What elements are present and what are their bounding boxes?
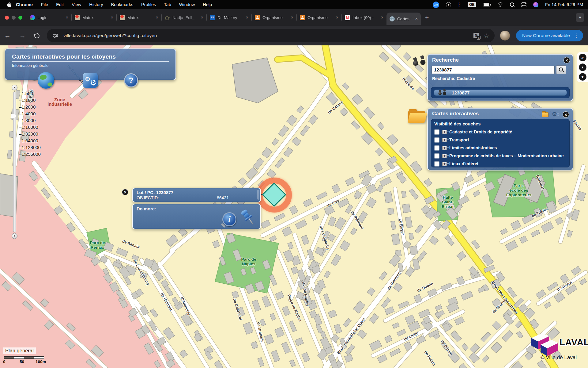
play-icon[interactable]: ▶ (446, 2, 451, 7)
forward-button[interactable]: → (15, 32, 30, 39)
zoom-slider-track[interactable] (13, 91, 16, 232)
menu-history[interactable]: History (85, 2, 107, 7)
organisme-favicon-icon (300, 15, 305, 20)
tab-organisme-2[interactable]: Organisme× (297, 12, 341, 23)
expand-plus-icon[interactable]: + (442, 162, 447, 166)
siri-icon[interactable] (533, 2, 538, 7)
menu-edit[interactable]: Edit (52, 2, 68, 7)
tab-search-chevron[interactable]: ▾ (576, 13, 584, 22)
scale-option[interactable]: –1:32000 (19, 131, 41, 138)
translate-icon[interactable]: G (473, 33, 479, 38)
expand-plus-icon[interactable]: + (442, 146, 447, 150)
tab-inbox[interactable]: MInbox (90) -× (342, 12, 386, 23)
menu-profiles[interactable]: Profiles (137, 2, 160, 7)
layers-panel-close-icon[interactable]: × (563, 111, 569, 118)
browser-menu-dots-icon[interactable]: ⋮ (574, 33, 579, 39)
scale-option[interactable]: –1:8000 (19, 118, 41, 125)
url-text[interactable]: ville.laval.qc.ca/geo/geoweb/?config=cit… (63, 33, 473, 38)
layer-checkbox[interactable] (434, 153, 439, 159)
bookmark-star-icon[interactable]: ☆ (484, 32, 489, 39)
open-map-icon[interactable] (542, 112, 548, 117)
search-result-item[interactable]: 1230877 (434, 90, 567, 96)
battery-icon[interactable] (483, 3, 490, 6)
tab-close-icon[interactable]: × (110, 15, 114, 20)
bluetooth-icon[interactable]: ᛒ (458, 2, 461, 7)
identify-info-icon[interactable]: i (222, 212, 236, 226)
area-label: Parc- (514, 183, 524, 188)
globe-tool-icon[interactable] (38, 72, 54, 89)
reload-button[interactable] (34, 33, 40, 38)
menu-app-name[interactable]: Chrome (13, 2, 37, 7)
window-close-button[interactable] (5, 16, 9, 20)
update-chrome-button[interactable]: New Chrome available ⋮ (516, 30, 583, 41)
layer-checkbox[interactable] (434, 161, 439, 167)
scale-option[interactable]: –1:64000 (19, 138, 41, 145)
back-button[interactable]: ← (0, 32, 15, 39)
tab-organisme-1[interactable]: Organisme× (252, 12, 296, 23)
wifi-icon[interactable] (497, 2, 503, 7)
new-tab-button[interactable]: + (421, 14, 433, 21)
search-panel-close-icon[interactable]: × (564, 57, 570, 63)
tab-matrix-1[interactable]: Matrix× (72, 12, 116, 23)
tab-close-icon[interactable]: × (65, 15, 69, 20)
menu-tab[interactable]: Tab (160, 2, 175, 7)
menu-bar-clock[interactable]: Fri 14 Feb 6:29 PM (545, 2, 583, 7)
menu-view[interactable]: View (68, 2, 85, 7)
menu-window[interactable]: Window (175, 2, 199, 7)
menu-file[interactable]: File (37, 2, 52, 7)
tab-close-icon[interactable]: × (245, 15, 249, 20)
expand-plus-icon[interactable]: + (442, 154, 447, 158)
tab-matrix-2[interactable]: Matrix× (117, 12, 161, 23)
collapse-panels-button[interactable]: » (579, 54, 586, 61)
dock-down-button[interactable]: ▼ (579, 73, 586, 81)
scale-option[interactable]: –1:256000 (19, 151, 41, 158)
scale-option[interactable]: –1:16000 (19, 125, 41, 131)
tab-login[interactable]: Login× (27, 12, 71, 23)
laval-logo: LAVAL (531, 333, 586, 352)
keyboard-layout-badge[interactable]: GB (468, 2, 476, 7)
popup-scrollbar[interactable] (257, 190, 259, 200)
control-center-icon[interactable] (521, 2, 526, 7)
window-zoom-button[interactable] (18, 16, 22, 20)
expand-plus-icon[interactable]: + (442, 138, 447, 142)
tab-close-icon[interactable]: × (380, 15, 384, 20)
window-minimize-button[interactable] (12, 16, 16, 20)
profile-avatar[interactable] (500, 31, 510, 40)
zoom-out-button[interactable]: ▼ (12, 233, 17, 239)
tab-nadja[interactable]: Nadja_Full_× (162, 12, 206, 23)
menu-help[interactable]: Help (199, 2, 216, 7)
search-submit-icon[interactable] (556, 65, 566, 74)
zoom-in-button[interactable]: ▲ (12, 85, 17, 90)
menu-bookmarks[interactable]: Bookmarks (107, 2, 137, 7)
settings-cube-icon[interactable]: ⚙⚙ (83, 73, 98, 88)
scale-option[interactable]: –1:2000 (19, 104, 41, 111)
tab-close-icon[interactable]: × (290, 15, 294, 20)
scale-option[interactable]: –1:1000 (19, 98, 41, 104)
tab-close-icon[interactable]: × (155, 15, 159, 20)
layer-checkbox[interactable] (434, 129, 439, 135)
tab-cartes-interactives[interactable]: Cartes inter× (386, 13, 421, 25)
scale-option[interactable]: –1:4000 (19, 111, 41, 118)
layer-checkbox[interactable] (434, 145, 439, 151)
tab-close-icon[interactable]: × (200, 15, 204, 20)
spotlight-search-icon[interactable] (510, 2, 514, 7)
popup-close-icon[interactable]: × (122, 189, 128, 195)
dock-up-button[interactable]: ▲ (579, 63, 586, 71)
scale-option[interactable]: –1:128000 (19, 145, 41, 151)
panel-dock-toolbar: » ▲ ▼ (577, 52, 588, 82)
layer-row: + Limites administratives (434, 144, 566, 152)
expand-plus-icon[interactable]: + (442, 130, 447, 134)
apple-logo-icon[interactable] (4, 2, 13, 7)
layer-checkbox[interactable] (434, 137, 439, 143)
scale-option[interactable]: –1:500 (19, 91, 41, 98)
omnibox[interactable]: ville.laval.qc.ca/geo/geoweb/?config=cit… (47, 29, 495, 42)
zoom-app-icon[interactable]: zm (433, 2, 439, 8)
tab-close-icon[interactable]: × (415, 16, 418, 21)
key-favicon-icon (165, 15, 170, 20)
help-icon[interactable]: ? (124, 73, 138, 87)
site-settings-icon[interactable] (53, 33, 58, 38)
layer-settings-icon[interactable]: ⚙⚙ (552, 112, 559, 118)
tab-close-icon[interactable]: × (335, 15, 339, 20)
tab-dr-mallory[interactable]: PTDr. Mallory× (207, 12, 251, 23)
search-input[interactable] (432, 66, 555, 74)
